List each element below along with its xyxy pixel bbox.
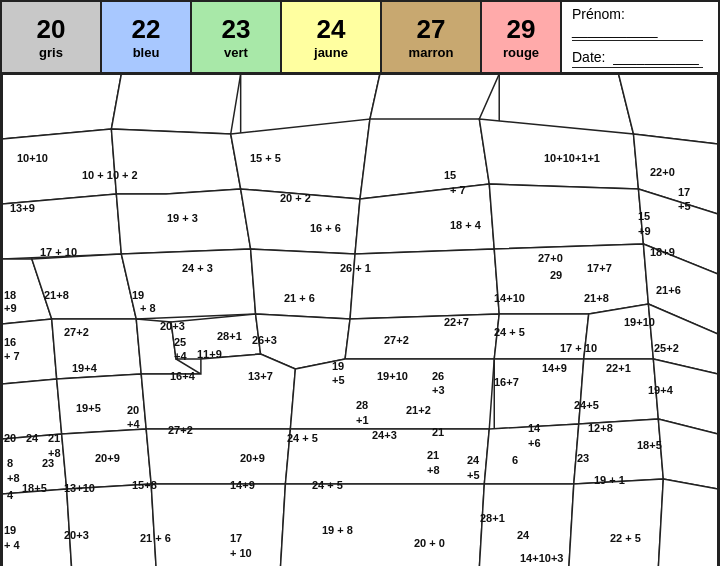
header-cell-22: 22 bleu xyxy=(102,2,192,72)
svg-marker-23 xyxy=(350,249,499,319)
svg-marker-36 xyxy=(57,374,147,434)
label-marron: marron xyxy=(409,45,454,60)
svg-marker-42 xyxy=(2,434,67,494)
svg-marker-44 xyxy=(146,429,290,484)
svg-marker-17 xyxy=(489,184,643,249)
svg-marker-7 xyxy=(2,129,116,204)
puzzle-area: 10+10 10 + 10 + 2 15 + 5 20 + 2 15 + 7 1… xyxy=(2,74,718,566)
header-cell-20: 20 gris xyxy=(2,2,102,72)
svg-marker-49 xyxy=(2,489,72,566)
svg-marker-9 xyxy=(231,119,370,199)
label-jaune: jaune xyxy=(314,45,348,60)
svg-marker-50 xyxy=(67,484,157,566)
svg-marker-24 xyxy=(494,244,648,314)
svg-marker-46 xyxy=(484,424,578,484)
svg-marker-22 xyxy=(251,249,355,319)
header-row: 20 gris 22 bleu 23 vert 24 jaune 27 marr… xyxy=(2,2,718,74)
svg-marker-52 xyxy=(280,484,484,566)
main-container: 20 gris 22 bleu 23 vert 24 jaune 27 marr… xyxy=(0,0,720,566)
svg-marker-8 xyxy=(111,129,240,194)
header-cell-23: 23 vert xyxy=(192,2,282,72)
number-27: 27 xyxy=(417,14,446,45)
svg-marker-13 xyxy=(2,194,121,259)
svg-marker-39 xyxy=(494,359,584,429)
svg-marker-45 xyxy=(285,429,489,484)
number-23: 23 xyxy=(222,14,251,45)
date-line: Date: ___________ xyxy=(572,49,703,68)
header-cell-29: 29 rouge xyxy=(482,2,562,72)
svg-marker-21 xyxy=(121,249,255,319)
svg-marker-55 xyxy=(658,479,718,566)
header-info: Prénom: ___________ Date: ___________ xyxy=(562,2,718,72)
prenom-line: Prénom: ___________ xyxy=(572,6,703,41)
label-gris: gris xyxy=(39,45,63,60)
label-bleu: bleu xyxy=(133,45,160,60)
svg-marker-51 xyxy=(151,484,285,566)
label-rouge: rouge xyxy=(503,45,539,60)
number-24: 24 xyxy=(317,14,346,45)
svg-marker-15 xyxy=(241,189,360,254)
svg-marker-2 xyxy=(111,74,240,134)
svg-marker-43 xyxy=(62,429,152,489)
label-vert: vert xyxy=(224,45,248,60)
svg-marker-53 xyxy=(479,484,573,566)
svg-marker-14 xyxy=(116,189,250,254)
svg-marker-31 xyxy=(345,314,499,359)
number-29: 29 xyxy=(507,14,536,45)
svg-marker-54 xyxy=(569,479,663,566)
number-20: 20 xyxy=(37,14,66,45)
svg-marker-29 xyxy=(171,314,260,359)
svg-marker-26 xyxy=(2,319,57,384)
svg-marker-47 xyxy=(574,419,664,484)
puzzle-svg xyxy=(2,74,718,566)
svg-marker-38 xyxy=(290,359,494,429)
svg-marker-27 xyxy=(52,319,142,379)
number-22: 22 xyxy=(132,14,161,45)
header-cell-27: 27 marron xyxy=(382,2,482,72)
svg-marker-32 xyxy=(494,314,588,359)
svg-marker-40 xyxy=(579,359,659,424)
svg-marker-35 xyxy=(2,379,62,439)
header-cell-24: 24 jaune xyxy=(282,2,382,72)
